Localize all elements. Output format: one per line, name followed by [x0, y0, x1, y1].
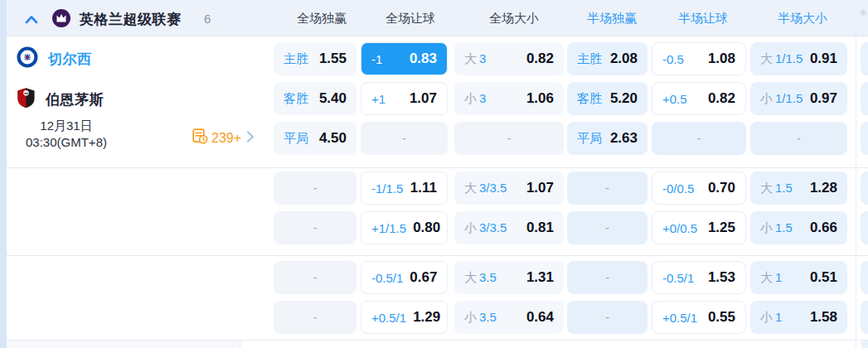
odds-cell-empty-ft-ou: - — [454, 122, 564, 155]
left-accent-strip — [0, 0, 7, 348]
odds-cell-label: 大1/1.5 — [760, 51, 803, 67]
odds-cell-ft-handicap[interactable]: +1/1.50.80 — [361, 211, 448, 244]
collapse-chevron-up-icon[interactable] — [25, 12, 38, 27]
odds-cell-ht-handicap[interactable]: -0.51.08 — [652, 42, 746, 75]
odds-value: 0.91 — [810, 51, 837, 67]
odds-cell-label: -1 — [371, 52, 382, 66]
odds-cell-ht-handicap[interactable]: -0/0.50.70 — [652, 172, 746, 205]
odds-value: 0.64 — [526, 309, 554, 326]
odds-cell-label: 大3.5 — [464, 270, 497, 286]
odds-cell-label: 小3 — [464, 91, 486, 107]
odds-cell-ft-ou[interactable]: 大30.82 — [454, 42, 564, 75]
odds-value: 1.55 — [319, 51, 347, 67]
odds-value: 0.67 — [410, 269, 437, 286]
odds-value: 2.08 — [610, 51, 638, 67]
odds-cell-ht-handicap[interactable]: +0.5/10.55 — [652, 301, 746, 334]
chevron-right-icon — [246, 131, 255, 146]
odds-cell-ht-ou[interactable]: 大1/1.50.91 — [750, 42, 847, 75]
odds-cell-ft-handicap[interactable]: +11.07 — [361, 82, 448, 115]
odds-table-panel: 英格兰超级联赛 6 全场独赢 全场让球 全场大小 半场独赢 半场让球 半场大小 … — [0, 0, 868, 348]
odds-cell-ht-handicap[interactable]: +0/0.51.25 — [652, 211, 746, 244]
odds-cell-ht-1x2[interactable]: 平局2.63 — [567, 122, 647, 155]
odds-value: 1.07 — [526, 180, 554, 196]
odds-cell-label: 大3/3.5 — [464, 181, 507, 196]
match-date: 12月31日 — [8, 118, 124, 134]
odds-cell-label: 主胜 — [577, 51, 602, 67]
odds-cell-ht-ou[interactable]: 小1.50.66 — [750, 211, 847, 244]
away-team-name: 伯恩茅斯 — [46, 90, 104, 109]
markets-count-icon — [192, 128, 208, 147]
group-divider — [7, 255, 868, 256]
clipped-next-column-cell — [861, 301, 868, 334]
ou-direction-label: 小 — [760, 91, 773, 105]
odds-cell-empty-ht-handicap: - — [652, 122, 746, 155]
ou-direction-label: 大 — [464, 51, 477, 65]
odds-cell-ft-ou[interactable]: 小3.50.64 — [454, 301, 564, 334]
column-header-ht-1x2: 半场独赢 — [587, 11, 637, 27]
more-markets-link[interactable]: 239+ — [192, 128, 255, 147]
odds-cell-ht-ou[interactable]: 大1.51.28 — [750, 172, 847, 205]
ou-direction-label: 大 — [760, 181, 773, 195]
away-team-logo — [17, 87, 36, 112]
odds-value: 5.20 — [610, 90, 638, 107]
odds-cell-label: 客胜 — [577, 91, 602, 107]
ou-direction-label: 大 — [760, 51, 773, 65]
odds-cell-label: 大1 — [760, 270, 782, 286]
odds-value: 0.51 — [810, 269, 837, 286]
league-title: 英格兰超级联赛 — [80, 10, 182, 29]
column-header-ft-handicap: 全场让球 — [386, 11, 435, 27]
home-team-row[interactable]: 切尔西 — [17, 47, 92, 70]
odds-cell-ft-handicap[interactable]: -10.83 — [361, 42, 448, 75]
odds-cell-ht-ou[interactable]: 大10.51 — [750, 261, 847, 294]
odds-cell-label: 小1/1.5 — [760, 91, 803, 107]
odds-cell-ft-handicap[interactable]: +0.5/11.29 — [361, 301, 448, 334]
odds-value: 1.25 — [708, 220, 735, 236]
odds-cell-label: -0.5 — [662, 52, 684, 66]
odds-value: 1.07 — [410, 90, 437, 107]
odds-cell-label: +0/0.5 — [662, 221, 697, 235]
odds-cell-ft-handicap[interactable]: -1/1.51.11 — [361, 172, 448, 205]
odds-value: 0.97 — [810, 90, 837, 107]
odds-value: 1.11 — [410, 180, 437, 196]
ou-direction-label: 小 — [464, 310, 477, 324]
odds-value: 0.80 — [413, 220, 440, 236]
odds-cell-ft-ou[interactable]: 大3.51.31 — [454, 261, 564, 294]
ou-direction-label: 小 — [760, 310, 773, 324]
odds-cell-ht-ou[interactable]: 小11.58 — [750, 301, 847, 334]
odds-value: 1.28 — [810, 180, 837, 196]
odds-cell-ht-1x2[interactable]: 主胜2.08 — [567, 42, 647, 75]
odds-cell-ft-ou[interactable]: 大3/3.51.07 — [454, 172, 564, 205]
odds-value: 0.55 — [708, 309, 735, 326]
odds-cell-ft-1x2[interactable]: 客胜5.40 — [274, 82, 356, 115]
premier-league-logo — [51, 8, 71, 31]
odds-cell-empty-ht-1x2: - — [567, 211, 647, 244]
odds-cell-ft-handicap[interactable]: -0.5/10.67 — [361, 261, 448, 294]
next-section-clipped — [7, 341, 240, 348]
odds-cell-empty-ft-handicap: - — [361, 122, 448, 155]
odds-cell-ht-1x2[interactable]: 客胜5.20 — [567, 82, 647, 115]
odds-value: 1.58 — [810, 309, 837, 326]
column-header-ft-ou: 全场大小 — [489, 11, 539, 27]
odds-value: 0.70 — [708, 180, 735, 196]
away-team-row[interactable]: 伯恩茅斯 — [17, 88, 104, 111]
clipped-next-column-cell — [861, 211, 868, 244]
odds-cell-label: 主胜 — [284, 51, 308, 67]
odds-value: 4.50 — [319, 130, 347, 147]
odds-cell-ft-1x2[interactable]: 主胜1.55 — [274, 42, 356, 75]
ou-direction-label: 小 — [464, 91, 477, 105]
odds-cell-ft-1x2[interactable]: 平局4.50 — [274, 122, 356, 155]
odds-value: 1.31 — [526, 269, 554, 286]
odds-cell-empty-ht-1x2: - — [567, 172, 647, 205]
clipped-next-column-cell — [861, 341, 868, 348]
odds-cell-ht-handicap[interactable]: +0.50.82 — [652, 82, 746, 115]
odds-cell-ft-ou[interactable]: 小3/3.50.81 — [454, 211, 564, 244]
odds-cell-label: -1/1.5 — [371, 181, 403, 196]
odds-cell-label: -0.5/1 — [662, 271, 694, 285]
odds-cell-ht-handicap[interactable]: -0.5/11.53 — [652, 261, 746, 294]
odds-cell-ht-ou[interactable]: 小1/1.50.97 — [750, 82, 847, 115]
clipped-next-column-cell — [861, 172, 868, 205]
odds-cell-empty-ft-1x2: - — [274, 211, 356, 244]
odds-cell-ft-ou[interactable]: 小31.06 — [454, 82, 564, 115]
odds-cell-label: 客胜 — [284, 91, 308, 107]
ou-direction-label: 小 — [760, 220, 773, 234]
